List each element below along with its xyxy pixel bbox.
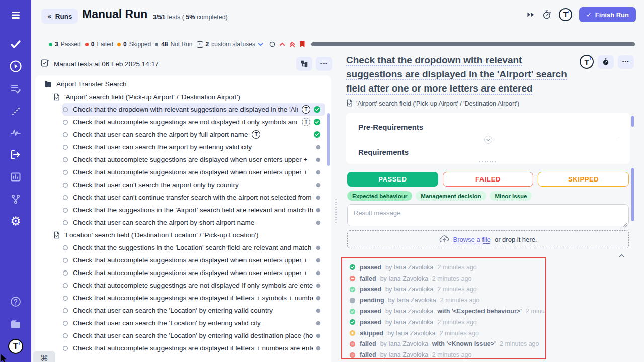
browse-file-link[interactable]: Browse a file bbox=[453, 236, 491, 243]
run-progress-text: 3/51 tests ( 5% completed) bbox=[153, 14, 228, 21]
passed-button[interactable]: PASSED bbox=[347, 172, 438, 187]
runs-play-icon[interactable] bbox=[9, 59, 23, 73]
priority-highest-icon[interactable] bbox=[289, 41, 295, 47]
tree-row[interactable]: 'Location' search field ('Destination Lo… bbox=[53, 229, 325, 241]
branches-icon[interactable] bbox=[9, 192, 23, 206]
panel-resize-handle[interactable] bbox=[335, 199, 337, 224]
back-chevrons-icon: « bbox=[47, 12, 52, 20]
tree-row[interactable]: Check that autocomplete suggestions are … bbox=[62, 166, 325, 178]
row-type-icon bbox=[62, 195, 68, 201]
tree-row[interactable]: Check that autocomplete suggestions are … bbox=[62, 153, 325, 166]
back-to-runs-button[interactable]: « Runs bbox=[41, 9, 78, 24]
tree-row[interactable]: Check that autocomplete suggestings are … bbox=[62, 342, 325, 354]
row-status-icon bbox=[316, 333, 321, 338]
file-dropzone[interactable]: Browse a file or drop it here. bbox=[347, 230, 629, 248]
tree-row[interactable]: Check that user can search the 'Location… bbox=[62, 317, 325, 329]
tree-row[interactable]: Check that the suggestions in the 'Locat… bbox=[62, 241, 325, 254]
skipped-button[interactable]: SKIPPED bbox=[538, 172, 629, 187]
custom-statuses-dropdown[interactable]: + 2custom statuses bbox=[197, 41, 263, 48]
tree-more-button[interactable]: ••• bbox=[316, 57, 332, 71]
tree-row[interactable]: Check that user can search the airport b… bbox=[62, 216, 325, 229]
collapse-history-icon[interactable] bbox=[619, 250, 624, 259]
tree-row[interactable]: Check that user can't continue transfer … bbox=[62, 191, 325, 204]
tree-row[interactable]: Check that autocomplete suggestings are … bbox=[62, 279, 325, 292]
tag-expected-behaviour[interactable]: Expected behaviour bbox=[347, 191, 412, 201]
help-icon[interactable] bbox=[9, 295, 23, 309]
tree-row[interactable]: Check that autocomplete suggestings are … bbox=[62, 292, 325, 304]
tree-row[interactable]: Check that user can search the airport b… bbox=[62, 141, 325, 153]
row-status-icon bbox=[316, 258, 321, 263]
activity-time: 2 minutes ago bbox=[440, 297, 480, 304]
card-resize-handle[interactable] bbox=[479, 161, 497, 162]
menu-icon[interactable] bbox=[9, 8, 23, 22]
activity-time: 2 minutes ago bbox=[432, 275, 472, 282]
test-breadcrumb[interactable]: 'Airport' search field ('Pick-up Airport… bbox=[346, 99, 519, 108]
tag-minor-issue[interactable]: Minor issue bbox=[490, 191, 532, 201]
timer-button[interactable] bbox=[598, 55, 614, 69]
priority-high-icon[interactable] bbox=[279, 42, 285, 46]
finish-run-button[interactable]: ✓ Finish Run bbox=[579, 7, 636, 22]
bookmark-icon[interactable] bbox=[299, 41, 305, 48]
activity-entry: failed by Iana Zavoloka 2 minutes ago bbox=[349, 349, 538, 359]
activity-status-word: passed bbox=[360, 319, 381, 326]
result-tags: Expected behaviour Management decision M… bbox=[347, 191, 532, 201]
failed-button[interactable]: FAILED bbox=[443, 172, 534, 187]
tree-row[interactable]: Check that the suggestions in the 'Airpo… bbox=[62, 204, 325, 216]
activity-status-icon bbox=[349, 275, 356, 282]
import-icon[interactable] bbox=[9, 148, 23, 162]
tree-row[interactable]: Check that user can search the 'Location… bbox=[62, 304, 325, 317]
requirements-card: Pre-Requirements Requirements bbox=[346, 113, 630, 164]
tests-check-icon[interactable] bbox=[9, 37, 23, 51]
activity-time: 2 minutes ago bbox=[437, 286, 477, 293]
activity-status-icon bbox=[349, 297, 356, 304]
tree-row[interactable]: Check that autocomplete suggestings are … bbox=[62, 116, 325, 128]
tree-row[interactable]: Check that user can't search the airport… bbox=[62, 178, 325, 191]
priority-none-icon[interactable] bbox=[269, 41, 275, 47]
testomat-test-icon[interactable]: T bbox=[580, 55, 594, 69]
run-progress-bar bbox=[311, 42, 635, 46]
tag-management-decision[interactable]: Management decision bbox=[416, 191, 486, 201]
result-message-input[interactable] bbox=[347, 204, 629, 226]
steps-icon[interactable] bbox=[9, 104, 23, 118]
passed-dot-icon bbox=[49, 43, 52, 46]
section-divider bbox=[358, 140, 618, 140]
activity-time: 2 minutes ago bbox=[437, 319, 477, 326]
pulse-icon[interactable] bbox=[9, 126, 23, 140]
tree-row[interactable]: Check that user can search the airport b… bbox=[62, 128, 325, 141]
timer-icon[interactable] bbox=[542, 10, 552, 20]
test-more-button[interactable]: ••• bbox=[618, 55, 634, 69]
command-palette-button[interactable]: ⌘ bbox=[33, 351, 55, 362]
tasklist-icon bbox=[40, 59, 49, 69]
testomat-mini-icon: T bbox=[252, 130, 260, 139]
activity-entry: passed by Iana Zavoloka with '<Expected … bbox=[349, 306, 538, 317]
tree-row[interactable]: Check that autocomplete suggestions are … bbox=[62, 254, 325, 266]
test-title[interactable]: Check that the dropdown with relevant su… bbox=[346, 53, 580, 96]
tree-row-label: 'Location' search field ('Destination Lo… bbox=[64, 231, 258, 239]
detail-scrollbar-upper[interactable] bbox=[631, 116, 634, 127]
settings-gear-icon[interactable]: ⚙ bbox=[9, 214, 23, 228]
tree-row[interactable]: Check that user can search the 'Location… bbox=[62, 329, 325, 342]
tree-view-toggle-button[interactable] bbox=[296, 57, 312, 71]
tree-row[interactable]: Check that the dropdown with relevant su… bbox=[62, 103, 325, 116]
fast-forward-icon[interactable] bbox=[527, 12, 535, 18]
run-header: « Runs Manual Run 3/51 tests ( 5% comple… bbox=[31, 0, 644, 31]
detail-scrollbar-lower[interactable] bbox=[631, 168, 634, 221]
tree-row[interactable]: 'Airport' search field ('Pick-up Airport… bbox=[53, 90, 325, 103]
collapse-knob-icon[interactable] bbox=[484, 136, 492, 144]
analytics-icon[interactable] bbox=[9, 170, 23, 184]
testomat-logo[interactable]: T bbox=[8, 339, 23, 354]
drop-hint: or drop it here. bbox=[495, 236, 537, 243]
test-plans-icon[interactable] bbox=[9, 81, 23, 96]
row-status-icon bbox=[316, 245, 321, 250]
tree-row[interactable]: Airport Transfer Search bbox=[44, 78, 325, 90]
activity-author: by Iana Zavoloka bbox=[380, 275, 428, 282]
row-type-icon bbox=[62, 144, 68, 150]
activity-status-word: passed bbox=[360, 264, 381, 271]
testomat-avatar-icon[interactable]: T bbox=[559, 8, 572, 21]
tree-row-label: Check that user can search the 'Location… bbox=[73, 332, 313, 339]
docs-library-icon[interactable] bbox=[9, 317, 23, 331]
row-status-icon bbox=[316, 220, 321, 225]
tree-row[interactable]: Check that autocomplete suggestions are … bbox=[62, 266, 325, 279]
activity-entry: failed by Iana Zavoloka 2 minutes ago bbox=[349, 273, 538, 284]
tree-scrollbar[interactable] bbox=[327, 113, 330, 166]
